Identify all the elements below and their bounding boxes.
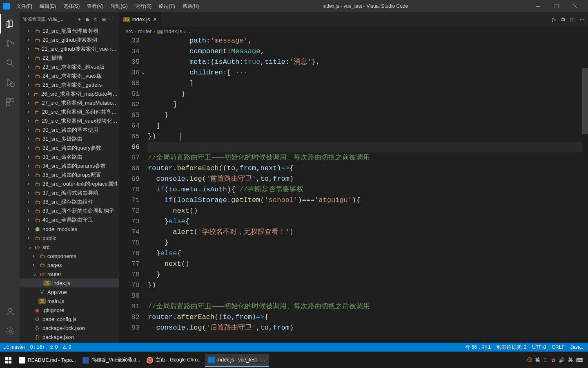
- code-line[interactable]: }: [148, 89, 582, 99]
- code-line[interactable]: console.log('后置路由守卫',to,from): [148, 323, 582, 333]
- refresh-icon[interactable]: ↻: [91, 17, 100, 22]
- status-encoding[interactable]: UTF-8: [532, 344, 546, 350]
- status-eol[interactable]: CRLF: [552, 344, 564, 350]
- tree-item[interactable]: ›🗀34_src_路由的params参数: [20, 162, 119, 171]
- code-line[interactable]: next(): [148, 206, 582, 216]
- code-line[interactable]: meta:{isAuth:true,title:'消息'},: [148, 57, 582, 67]
- tree-item[interactable]: ◆.gitignore: [20, 305, 119, 314]
- code-line[interactable]: [148, 142, 582, 153]
- tree-item[interactable]: ›🗀36_src_router-link的replace属性: [20, 180, 119, 188]
- activity-debug[interactable]: [0, 73, 20, 92]
- tray-ime-icon[interactable]: Ⓤ: [527, 357, 532, 364]
- taskbar-app[interactable]: README.md - Typo...: [16, 354, 79, 367]
- tree-item[interactable]: VApp.vue: [20, 287, 119, 296]
- menu-item[interactable]: 编辑(E): [36, 1, 59, 11]
- menu-item[interactable]: 终端(T): [156, 1, 178, 11]
- tree-item[interactable]: ›🗀components: [20, 251, 119, 260]
- tree-item[interactable]: JSindex.js: [20, 278, 119, 287]
- menu-item[interactable]: 选择(S): [60, 1, 83, 11]
- run-icon[interactable]: ▷: [552, 16, 556, 22]
- taskbar-app[interactable]: 尚硅谷_Vue全家桶.d...: [79, 354, 144, 367]
- activity-scm[interactable]: [0, 34, 20, 53]
- tree-item[interactable]: ›🗀30_src_路由的基本使用: [20, 126, 119, 135]
- tree-item[interactable]: ›🗀25_src_求和案例_getters: [20, 81, 119, 90]
- menu-item[interactable]: 运行(R): [132, 1, 155, 11]
- code-line[interactable]: //全局前置路由守卫———初始化的时候被调用、每次路由切换之前被调用: [148, 153, 582, 163]
- tray-moon-icon[interactable]: ☾: [543, 357, 548, 363]
- tray-volume-icon[interactable]: 🔊: [559, 357, 565, 363]
- minimize-button[interactable]: [528, 0, 547, 12]
- tree-item[interactable]: ›🗀40_src_全局路由守卫: [20, 215, 119, 224]
- tree-item[interactable]: ›🗀26_src_求和案例_mapState与map...: [20, 90, 119, 99]
- close-icon[interactable]: ✕: [153, 16, 157, 22]
- menu-item[interactable]: 帮助(H): [179, 1, 203, 11]
- tree-item[interactable]: {}package-lock.json: [20, 323, 119, 332]
- activity-explorer[interactable]: [0, 14, 20, 34]
- tree-item[interactable]: ›🗀38_src_缓存路由组件: [20, 197, 119, 206]
- status-tabsize[interactable]: 制表符长度: 2: [497, 344, 526, 351]
- tree-item[interactable]: ›🗀32_src_路由的query参数: [20, 144, 119, 153]
- tree-item[interactable]: ›🗀20_src_github搜索案例: [20, 36, 119, 45]
- activity-settings[interactable]: [0, 321, 20, 341]
- code-line[interactable]: }else{: [148, 248, 582, 259]
- breadcrumb-item[interactable]: JS index.js: [157, 28, 182, 34]
- code-line[interactable]: console.log('前置路由守卫',to,from): [148, 174, 582, 184]
- system-tray[interactable]: Ⓤ 英 ☾ ✿ 🔊 英 ⌨: [527, 357, 586, 364]
- code-line[interactable]: if(to.meta.isAuth){ //判断是否需要鉴权: [148, 184, 582, 195]
- code-line[interactable]: alert('学校名不对，无权限查看！'): [148, 227, 582, 238]
- activity-search[interactable]: [0, 53, 20, 73]
- file-tree[interactable]: ›🗀19_src_配置代理服务器›🗀20_src_github搜索案例›🗀21_…: [20, 27, 119, 343]
- scrollbar[interactable]: [582, 36, 588, 343]
- status-lang[interactable]: Java...: [570, 344, 585, 350]
- menu-item[interactable]: 转到(G): [107, 1, 131, 11]
- code-line[interactable]: path:'message',: [148, 36, 582, 46]
- status-errors[interactable]: ⊘ 0: [49, 344, 58, 350]
- tree-item[interactable]: ›🗀37_src_编程式路由导航: [20, 188, 119, 197]
- activity-extensions[interactable]: [0, 92, 20, 112]
- status-sync[interactable]: 0↓ 16↑: [30, 344, 45, 350]
- code-line[interactable]: ]: [148, 78, 582, 89]
- tree-item[interactable]: ›🗀35_src_路由的props配置: [20, 171, 119, 180]
- code-line[interactable]: ]: [148, 99, 582, 110]
- tree-item[interactable]: ›🗀39_src_两个新的生命周期钩子: [20, 206, 119, 215]
- tree-item[interactable]: ›🗀21_src_github搜索案例_vue-reso...: [20, 45, 119, 54]
- tray-lang-icon[interactable]: 英: [568, 357, 573, 364]
- breadcrumb-item[interactable]: ...: [187, 28, 192, 34]
- code-line[interactable]: next(): [148, 259, 582, 269]
- tree-item[interactable]: ⌄🗁router: [20, 269, 119, 278]
- breadcrumb[interactable]: src›router›JS index.js›...: [119, 27, 588, 36]
- code-line[interactable]: }: [148, 238, 582, 248]
- code-line[interactable]: }else{: [148, 216, 582, 227]
- status-warnings[interactable]: ⚠ 0: [62, 344, 71, 350]
- collapse-icon[interactable]: ⊟: [100, 17, 108, 22]
- new-folder-icon[interactable]: ⊞: [83, 17, 91, 22]
- activity-account[interactable]: [0, 302, 20, 321]
- maximize-button[interactable]: [547, 0, 566, 12]
- tree-item[interactable]: ›🗀24_src_求和案例_vuex版: [20, 72, 119, 81]
- menu-item[interactable]: 文件(F): [13, 1, 36, 11]
- taskbar-app[interactable]: 主页 - Google Chro...: [143, 354, 205, 367]
- menu-item[interactable]: 查看(V): [84, 1, 107, 11]
- compare-icon[interactable]: ⧉: [561, 16, 565, 23]
- tree-item[interactable]: ⚙babel.config.js: [20, 314, 119, 323]
- code-line[interactable]: }): [148, 131, 582, 142]
- code-line[interactable]: router.beforeEach((to,from,next)=>{: [148, 163, 582, 174]
- tray-ime-label[interactable]: 英: [535, 357, 540, 364]
- tray-keyboard-icon[interactable]: ⌨: [576, 357, 583, 363]
- code-line[interactable]: }: [148, 269, 582, 280]
- code-line[interactable]: ]: [148, 121, 582, 131]
- taskbar-app[interactable]: index.js - vue_test - ...: [205, 354, 268, 367]
- code[interactable]: path:'message', component:Message, meta:…: [148, 36, 582, 343]
- tab-index-js[interactable]: JS index.js ✕: [119, 12, 162, 27]
- status-branch[interactable]: ⎇ master: [3, 344, 25, 350]
- tree-item[interactable]: ›🗀29_src_求和案例_vuex模块化编码: [20, 117, 119, 126]
- tree-item[interactable]: ›🗀22_插槽: [20, 54, 119, 63]
- tree-item[interactable]: {}package.json: [20, 332, 119, 341]
- tree-item[interactable]: ›⬢node_modules: [20, 224, 119, 233]
- tree-item[interactable]: ›🗀19_src_配置代理服务器: [20, 27, 119, 36]
- tree-item[interactable]: ⌄🗁src: [20, 242, 119, 251]
- breadcrumb-item[interactable]: router: [138, 28, 152, 34]
- breadcrumb-item[interactable]: src: [126, 28, 133, 34]
- code-line[interactable]: router.afterEach((to,from)=>{: [148, 312, 582, 323]
- new-file-icon[interactable]: ＋: [75, 16, 83, 22]
